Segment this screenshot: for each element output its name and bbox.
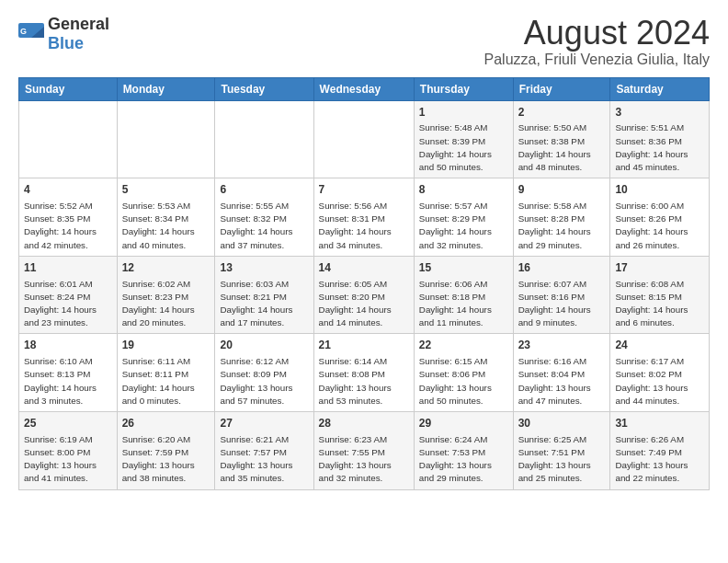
day-info: Sunrise: 6:15 AM Sunset: 8:06 PM Dayligh… bbox=[419, 355, 508, 408]
day-number: 30 bbox=[518, 416, 606, 431]
calendar-cell: 15Sunrise: 6:06 AM Sunset: 8:18 PM Dayli… bbox=[414, 256, 513, 334]
calendar-cell bbox=[215, 100, 313, 178]
day-number: 4 bbox=[24, 182, 112, 198]
page: G General Blue August 2024 Paluzza, Friu… bbox=[0, 0, 728, 500]
day-info: Sunrise: 6:19 AM Sunset: 8:00 PM Dayligh… bbox=[24, 433, 112, 486]
calendar-cell: 26Sunrise: 6:20 AM Sunset: 7:59 PM Dayli… bbox=[117, 412, 215, 490]
calendar-cell bbox=[19, 100, 118, 178]
svg-text:G: G bbox=[20, 27, 27, 36]
logo-icon: G bbox=[18, 23, 44, 45]
header-saturday: Saturday bbox=[610, 77, 710, 100]
header-sunday: Sunday bbox=[19, 77, 118, 100]
day-number: 9 bbox=[518, 182, 606, 198]
subtitle: Paluzza, Friuli Venezia Giulia, Italy bbox=[484, 52, 710, 68]
day-info: Sunrise: 6:12 AM Sunset: 8:09 PM Dayligh… bbox=[220, 355, 308, 408]
day-info: Sunrise: 6:06 AM Sunset: 8:18 PM Dayligh… bbox=[419, 278, 508, 330]
day-info: Sunrise: 5:50 AM Sunset: 8:38 PM Dayligh… bbox=[518, 121, 606, 174]
day-number: 23 bbox=[518, 338, 606, 353]
header-friday: Friday bbox=[513, 77, 610, 100]
day-info: Sunrise: 6:02 AM Sunset: 8:23 PM Dayligh… bbox=[122, 278, 210, 330]
calendar-cell: 2Sunrise: 5:50 AM Sunset: 8:38 PM Daylig… bbox=[513, 100, 610, 178]
day-number: 8 bbox=[419, 182, 508, 198]
calendar-table: Sunday Monday Tuesday Wednesday Thursday… bbox=[18, 77, 710, 490]
day-number: 14 bbox=[319, 260, 409, 276]
week-row-4: 18Sunrise: 6:10 AM Sunset: 8:13 PM Dayli… bbox=[19, 334, 710, 412]
calendar-cell: 11Sunrise: 6:01 AM Sunset: 8:24 PM Dayli… bbox=[19, 256, 118, 334]
day-info: Sunrise: 5:53 AM Sunset: 8:34 PM Dayligh… bbox=[122, 200, 210, 252]
calendar-cell: 8Sunrise: 5:57 AM Sunset: 8:29 PM Daylig… bbox=[414, 178, 513, 257]
calendar-cell: 16Sunrise: 6:07 AM Sunset: 8:16 PM Dayli… bbox=[513, 256, 610, 334]
day-info: Sunrise: 5:48 AM Sunset: 8:39 PM Dayligh… bbox=[419, 121, 508, 174]
day-info: Sunrise: 5:52 AM Sunset: 8:35 PM Dayligh… bbox=[24, 200, 112, 252]
day-info: Sunrise: 6:11 AM Sunset: 8:11 PM Dayligh… bbox=[122, 355, 210, 408]
day-number: 6 bbox=[220, 182, 308, 198]
day-number: 31 bbox=[615, 416, 704, 431]
day-info: Sunrise: 6:21 AM Sunset: 7:57 PM Dayligh… bbox=[220, 433, 308, 486]
calendar-cell: 9Sunrise: 5:58 AM Sunset: 8:28 PM Daylig… bbox=[513, 178, 610, 257]
day-number: 3 bbox=[615, 105, 704, 121]
calendar-cell: 3Sunrise: 5:51 AM Sunset: 8:36 PM Daylig… bbox=[610, 100, 710, 178]
day-number: 11 bbox=[24, 260, 112, 276]
day-number: 15 bbox=[419, 260, 508, 276]
calendar-cell: 13Sunrise: 6:03 AM Sunset: 8:21 PM Dayli… bbox=[215, 256, 313, 334]
header-thursday: Thursday bbox=[414, 77, 513, 100]
day-info: Sunrise: 6:24 AM Sunset: 7:53 PM Dayligh… bbox=[419, 433, 508, 486]
day-number: 19 bbox=[122, 338, 210, 353]
week-row-2: 4Sunrise: 5:52 AM Sunset: 8:35 PM Daylig… bbox=[19, 178, 710, 257]
calendar-cell: 1Sunrise: 5:48 AM Sunset: 8:39 PM Daylig… bbox=[414, 100, 513, 178]
day-info: Sunrise: 6:10 AM Sunset: 8:13 PM Dayligh… bbox=[24, 355, 112, 408]
day-info: Sunrise: 5:58 AM Sunset: 8:28 PM Dayligh… bbox=[518, 200, 606, 252]
calendar-cell: 27Sunrise: 6:21 AM Sunset: 7:57 PM Dayli… bbox=[215, 412, 313, 490]
header: G General Blue August 2024 Paluzza, Friu… bbox=[18, 15, 710, 68]
day-number: 2 bbox=[518, 105, 606, 121]
header-monday: Monday bbox=[117, 77, 215, 100]
calendar-cell: 10Sunrise: 6:00 AM Sunset: 8:26 PM Dayli… bbox=[610, 178, 710, 257]
calendar-header: Sunday Monday Tuesday Wednesday Thursday… bbox=[19, 77, 710, 100]
calendar-cell: 17Sunrise: 6:08 AM Sunset: 8:15 PM Dayli… bbox=[610, 256, 710, 334]
header-tuesday: Tuesday bbox=[215, 77, 313, 100]
calendar-cell: 29Sunrise: 6:24 AM Sunset: 7:53 PM Dayli… bbox=[414, 412, 513, 490]
logo: G General Blue bbox=[18, 15, 109, 53]
calendar-cell: 20Sunrise: 6:12 AM Sunset: 8:09 PM Dayli… bbox=[215, 334, 313, 412]
day-info: Sunrise: 6:20 AM Sunset: 7:59 PM Dayligh… bbox=[122, 433, 210, 486]
logo-text: General Blue bbox=[48, 15, 109, 53]
day-number: 1 bbox=[419, 105, 508, 121]
day-info: Sunrise: 5:57 AM Sunset: 8:29 PM Dayligh… bbox=[419, 200, 508, 252]
calendar-cell: 14Sunrise: 6:05 AM Sunset: 8:20 PM Dayli… bbox=[313, 256, 414, 334]
header-wednesday: Wednesday bbox=[313, 77, 414, 100]
calendar-cell: 30Sunrise: 6:25 AM Sunset: 7:51 PM Dayli… bbox=[513, 412, 610, 490]
logo-general: General bbox=[48, 15, 109, 33]
day-info: Sunrise: 6:23 AM Sunset: 7:55 PM Dayligh… bbox=[319, 433, 409, 486]
day-info: Sunrise: 6:17 AM Sunset: 8:02 PM Dayligh… bbox=[615, 355, 704, 408]
day-number: 5 bbox=[122, 182, 210, 198]
calendar-cell: 18Sunrise: 6:10 AM Sunset: 8:13 PM Dayli… bbox=[19, 334, 118, 412]
day-info: Sunrise: 6:05 AM Sunset: 8:20 PM Dayligh… bbox=[319, 278, 409, 330]
calendar-body: 1Sunrise: 5:48 AM Sunset: 8:39 PM Daylig… bbox=[19, 100, 710, 489]
calendar-cell: 22Sunrise: 6:15 AM Sunset: 8:06 PM Dayli… bbox=[414, 334, 513, 412]
day-info: Sunrise: 6:03 AM Sunset: 8:21 PM Dayligh… bbox=[220, 278, 308, 330]
day-info: Sunrise: 5:51 AM Sunset: 8:36 PM Dayligh… bbox=[615, 121, 704, 174]
weekday-header-row: Sunday Monday Tuesday Wednesday Thursday… bbox=[19, 77, 710, 100]
day-info: Sunrise: 5:55 AM Sunset: 8:32 PM Dayligh… bbox=[220, 200, 308, 252]
day-number: 16 bbox=[518, 260, 606, 276]
week-row-1: 1Sunrise: 5:48 AM Sunset: 8:39 PM Daylig… bbox=[19, 100, 710, 178]
day-number: 20 bbox=[220, 338, 308, 353]
day-number: 26 bbox=[122, 416, 210, 431]
day-number: 24 bbox=[615, 338, 704, 353]
calendar-cell bbox=[313, 100, 414, 178]
day-number: 21 bbox=[319, 338, 409, 353]
day-number: 28 bbox=[319, 416, 409, 431]
day-info: Sunrise: 6:00 AM Sunset: 8:26 PM Dayligh… bbox=[615, 200, 704, 252]
day-number: 22 bbox=[419, 338, 508, 353]
calendar-cell: 4Sunrise: 5:52 AM Sunset: 8:35 PM Daylig… bbox=[19, 178, 118, 257]
day-number: 29 bbox=[419, 416, 508, 431]
day-info: Sunrise: 6:07 AM Sunset: 8:16 PM Dayligh… bbox=[518, 278, 606, 330]
calendar-cell: 5Sunrise: 5:53 AM Sunset: 8:34 PM Daylig… bbox=[117, 178, 215, 257]
week-row-5: 25Sunrise: 6:19 AM Sunset: 8:00 PM Dayli… bbox=[19, 412, 710, 490]
day-number: 12 bbox=[122, 260, 210, 276]
day-number: 27 bbox=[220, 416, 308, 431]
day-info: Sunrise: 6:26 AM Sunset: 7:49 PM Dayligh… bbox=[615, 433, 704, 486]
day-info: Sunrise: 5:56 AM Sunset: 8:31 PM Dayligh… bbox=[319, 200, 409, 252]
calendar-cell: 23Sunrise: 6:16 AM Sunset: 8:04 PM Dayli… bbox=[513, 334, 610, 412]
calendar-cell: 6Sunrise: 5:55 AM Sunset: 8:32 PM Daylig… bbox=[215, 178, 313, 257]
